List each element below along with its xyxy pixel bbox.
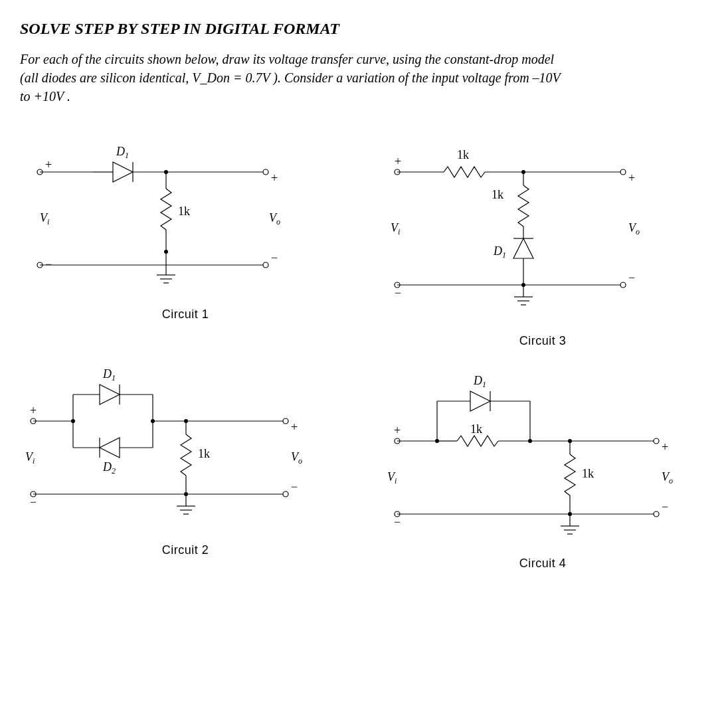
circuit-2: D1 D2 1k + − Vi + − Vo Circuit 2 (20, 355, 351, 571)
d2-label: D (102, 460, 112, 474)
circuit-4-svg: D1 1k 1k + − Vi + − Vo (377, 355, 683, 554)
d1-label: D (102, 367, 112, 381)
circuit-caption: Circuit 2 (20, 543, 351, 557)
svg-text:Vo: Vo (628, 221, 640, 236)
plus-icon: + (662, 440, 668, 454)
svg-text:D1: D1 (116, 145, 129, 160)
plus-icon: + (394, 424, 401, 437)
d1-label: D (493, 244, 502, 258)
svg-marker-26 (513, 238, 533, 258)
plus-icon: + (45, 158, 52, 171)
r1k-label: 1k (178, 205, 190, 218)
circuit-2-svg: D1 D2 1k + − Vi + − Vo (20, 355, 312, 541)
d1-label: D (116, 145, 125, 158)
r1k-label: 1k (457, 148, 469, 161)
svg-text:D1: D1 (493, 244, 506, 260)
circuit-caption: Circuit 4 (377, 557, 708, 571)
circuit-3: 1k 1k D1 + − Vi + − Vo Circuit 3 (377, 132, 708, 348)
minus-icon: − (394, 515, 401, 529)
r1k-label: 1k (198, 447, 210, 460)
plus-icon: + (628, 171, 635, 185)
svg-text:Vo: Vo (291, 450, 302, 466)
r1k-label: 1k (582, 467, 594, 480)
terminal-icon (283, 491, 288, 497)
svg-marker-41 (100, 385, 120, 404)
problem-statement: For each of the circuits shown below, dr… (20, 50, 565, 106)
page-title: SOLVE STEP BY STEP IN DIGITAL FORMAT (20, 20, 708, 38)
plus-icon: + (30, 404, 37, 417)
plus-icon: + (395, 155, 401, 168)
terminal-icon (620, 282, 626, 288)
svg-text:Vi: Vi (25, 450, 35, 466)
minus-icon: − (628, 271, 635, 284)
circuit-4: D1 1k 1k + − Vi + − Vo Circuit 4 (377, 355, 708, 571)
minus-icon: − (30, 495, 37, 509)
r1k-label: 1k (492, 188, 503, 201)
svg-text:Vo: Vo (269, 211, 280, 226)
terminal-icon (654, 511, 659, 517)
circuit-1-svg: D1 1k + − Vi + − Vo (20, 132, 299, 305)
circuit-1: D1 1k + − Vi + − Vo Circuit 1 (20, 132, 351, 348)
svg-text:D1: D1 (102, 367, 116, 383)
minus-icon: − (45, 258, 52, 271)
circuit-caption: Circuit 1 (20, 308, 351, 321)
svg-text:Vo: Vo (662, 470, 673, 486)
terminal-icon (263, 169, 268, 175)
svg-marker-2 (113, 162, 133, 182)
minus-icon: − (291, 480, 298, 493)
minus-icon: − (662, 500, 668, 513)
svg-text:Vi: Vi (40, 211, 49, 226)
circuit-grid: D1 1k + − Vi + − Vo Circuit 1 (20, 132, 708, 571)
terminal-icon (283, 418, 288, 424)
minus-icon: − (271, 251, 278, 264)
r1k-label: 1k (470, 422, 482, 436)
terminal-icon (620, 169, 626, 175)
circuit-caption: Circuit 3 (377, 334, 708, 348)
svg-marker-48 (100, 438, 120, 458)
minus-icon: − (395, 286, 401, 300)
terminal-icon (263, 262, 268, 268)
svg-marker-71 (470, 391, 490, 411)
terminal-icon (654, 438, 659, 444)
svg-text:D1: D1 (473, 374, 486, 389)
plus-icon: + (291, 420, 298, 434)
circuit-3-svg: 1k 1k D1 + − Vi + − Vo (377, 132, 656, 331)
plus-icon: + (271, 171, 278, 185)
d1-label: D (473, 374, 482, 387)
svg-text:Vi: Vi (391, 221, 400, 236)
svg-text:D2: D2 (102, 460, 116, 476)
svg-text:Vi: Vi (387, 470, 397, 486)
